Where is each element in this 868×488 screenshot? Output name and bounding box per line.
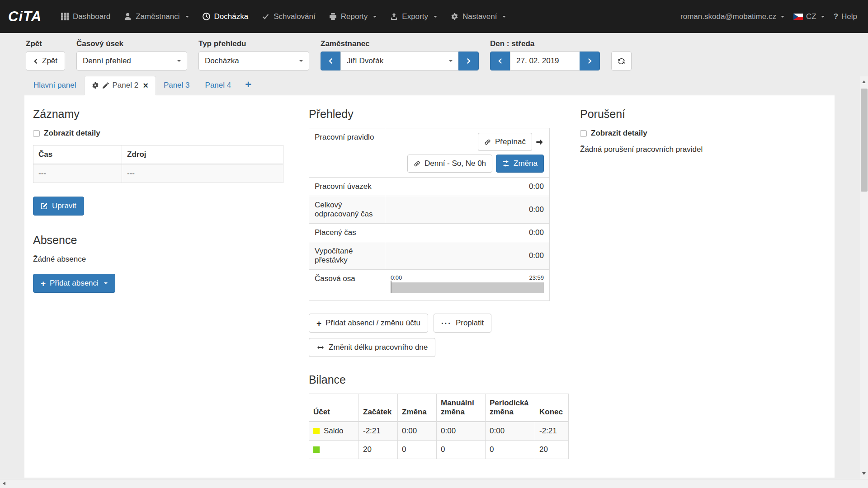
- tab-hlavni-panel[interactable]: Hlavní panel: [26, 76, 84, 95]
- switch-rule-button[interactable]: Přepínač: [478, 133, 532, 151]
- prev-day-button[interactable]: [490, 52, 510, 70]
- view-type-group: Typ přehledu Docházka: [198, 39, 309, 70]
- table-row[interactable]: Saldo -2:21 0:00 0:00 0:00 -2:21: [309, 422, 569, 441]
- overview-row-value: 0:00: [385, 242, 550, 270]
- horizontal-scrollbar[interactable]: [0, 479, 868, 488]
- scroll-down-arrow-icon[interactable]: [862, 472, 866, 475]
- chevron-down-icon: [821, 16, 825, 18]
- current-rule-button[interactable]: Denní - So, Ne 0h: [407, 155, 492, 173]
- change-rule-label: Změna: [514, 159, 538, 168]
- add-tab-button[interactable]: +: [239, 76, 258, 95]
- record-source: ---: [122, 164, 283, 183]
- nav-reports[interactable]: Reporty: [322, 0, 384, 33]
- language-menu[interactable]: CZ: [793, 12, 825, 21]
- add-absence-account-label: Přidat absenci / změnu účtu: [326, 319, 420, 328]
- records-show-details-checkbox[interactable]: [33, 130, 40, 137]
- date-input[interactable]: [510, 52, 580, 70]
- view-type-label: Typ přehledu: [198, 39, 309, 48]
- back-button[interactable]: Zpět: [26, 52, 65, 70]
- nav-label-approvals: Schvalování: [274, 12, 316, 21]
- edit-records-button[interactable]: Upravit: [33, 197, 84, 216]
- vertical-scrollbar[interactable]: [860, 76, 868, 479]
- prev-employee-button[interactable]: [321, 52, 341, 70]
- top-navbar: CiTA Dashboard Zaměstnanci Docházka Schv…: [0, 0, 868, 33]
- overview-title: Přehledy: [309, 108, 569, 121]
- nav-exports[interactable]: Exporty: [383, 0, 444, 33]
- balance-header-manual: Manuální změna: [437, 394, 486, 422]
- tab-panel-3[interactable]: Panel 3: [156, 76, 198, 95]
- period-value: Denní přehled: [83, 56, 131, 66]
- overview-row-label: Vypočítané přestávky: [309, 242, 385, 270]
- nav-attendance[interactable]: Docházka: [196, 0, 255, 33]
- balance-header-end: Konec: [535, 394, 569, 422]
- arrow-right-icon[interactable]: [535, 138, 544, 146]
- change-day-length-button[interactable]: Změnit délku pracovního dne: [309, 338, 435, 357]
- next-day-button[interactable]: [580, 52, 600, 70]
- nav-settings[interactable]: Nastavení: [444, 0, 513, 33]
- records-col-time: Čas: [33, 145, 122, 164]
- tab-panel-4[interactable]: Panel 4: [198, 76, 239, 95]
- chevron-down-icon: [185, 16, 189, 18]
- balance-manual: 0: [437, 441, 486, 459]
- balance-header-change: Změna: [398, 394, 437, 422]
- panel-tabs: Hlavní panel Panel 2 × Panel 3 Panel 4 +: [24, 76, 835, 95]
- timeline-bar[interactable]: [391, 282, 544, 293]
- tab-label: Panel 2: [113, 81, 139, 90]
- chevron-left-icon: [328, 57, 333, 65]
- app-logo[interactable]: CiTA: [8, 9, 42, 25]
- nav-employees[interactable]: Zaměstnanci: [117, 0, 195, 33]
- table-row[interactable]: 20 0 0 0 20: [309, 441, 569, 459]
- chevron-down-icon: [299, 60, 303, 62]
- grid-icon: [61, 13, 69, 20]
- violations-show-details-checkbox[interactable]: [580, 130, 587, 137]
- change-rule-button[interactable]: Změna: [496, 155, 544, 173]
- balance-header-account: Účet: [309, 394, 359, 422]
- scroll-up-arrow-icon[interactable]: [862, 80, 866, 83]
- swap-arrows-icon: [502, 160, 509, 167]
- add-absence-account-button[interactable]: + Přidat absenci / změnu účtu: [309, 314, 428, 333]
- chevron-left-icon: [498, 57, 503, 65]
- payout-button[interactable]: ··· Proplatit: [434, 314, 491, 333]
- overview-row: Placený čas 0:00: [309, 224, 550, 242]
- view-type-select[interactable]: Docházka: [198, 52, 309, 70]
- nav-approvals[interactable]: Schvalování: [255, 0, 322, 33]
- employee-value: Jiří Dvořák: [347, 56, 383, 66]
- gear-icon: [451, 13, 458, 20]
- balance-manual: 0:00: [437, 422, 486, 441]
- balance-end: -2:21: [535, 422, 569, 441]
- vertical-scrollbar-thumb[interactable]: [861, 89, 868, 192]
- next-employee-button[interactable]: [458, 52, 479, 70]
- chevron-down-icon: [434, 16, 437, 18]
- add-absence-dropdown-button[interactable]: + Přidat absenci: [33, 274, 115, 293]
- period-label: Časový úsek: [76, 39, 187, 48]
- czech-flag-icon: [793, 14, 803, 20]
- balance-title: Bilance: [309, 373, 569, 386]
- scroll-left-arrow-icon[interactable]: [3, 482, 5, 485]
- period-select[interactable]: Denní přehled: [76, 52, 187, 70]
- tab-label: Panel 4: [205, 81, 231, 90]
- help-link[interactable]: ? Help: [834, 12, 857, 21]
- person-icon: [124, 13, 132, 20]
- gear-icon: [92, 82, 99, 89]
- navbar-right: roman.skoda@mobatime.cz CZ ? Help: [680, 12, 857, 21]
- pencil-square-icon: [41, 202, 48, 210]
- violations-show-details-row: Zobrazit detaily: [580, 129, 826, 138]
- language-label: CZ: [806, 12, 816, 21]
- employee-select[interactable]: Jiří Dvořák: [340, 52, 459, 70]
- overview-row-label: Celkový odpracovaný čas: [309, 196, 385, 224]
- back-group: Zpět Zpět: [26, 39, 65, 70]
- tab-label: Panel 3: [164, 81, 190, 90]
- nav-dashboard[interactable]: Dashboard: [54, 0, 117, 33]
- absence-title: Absence: [33, 234, 283, 247]
- violations-section: Porušení Zobrazit detaily Žádná porušení…: [580, 108, 826, 154]
- user-menu[interactable]: roman.skoda@mobatime.cz: [680, 12, 784, 21]
- tab-panel-2[interactable]: Panel 2 ×: [84, 76, 156, 95]
- account-color-swatch: [313, 446, 320, 453]
- tab-label: Hlavní panel: [33, 81, 76, 90]
- refresh-button[interactable]: [611, 52, 632, 70]
- nav-label-employees: Zaměstnanci: [136, 12, 179, 21]
- balance-header-periodic: Periodická změna: [486, 394, 535, 422]
- ellipsis-icon: ···: [441, 319, 452, 327]
- table-row[interactable]: --- ---: [33, 164, 283, 183]
- close-icon[interactable]: ×: [143, 82, 148, 89]
